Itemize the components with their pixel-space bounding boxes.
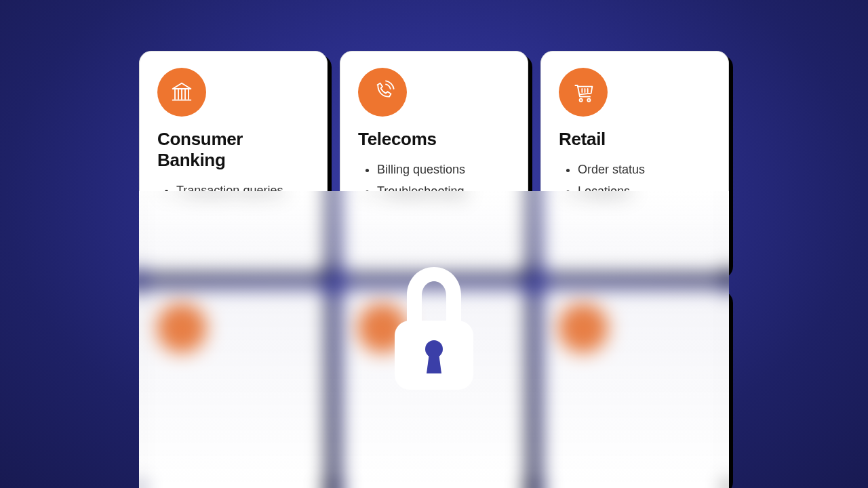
list-item: Order status (578, 159, 711, 181)
svg-point-7 (587, 99, 590, 102)
placeholder-icon (157, 304, 206, 352)
card-placeholder (540, 287, 729, 488)
svg-point-6 (580, 99, 583, 102)
svg-point-11 (174, 320, 189, 336)
card-retail: Retail Order status Locations (540, 51, 729, 274)
cart-icon (559, 68, 608, 117)
bank-icon (157, 68, 206, 117)
cards-row-blurred (139, 287, 729, 488)
list-item: Transaction queries (176, 180, 309, 202)
phone-icon (358, 68, 407, 117)
card-consumer-banking: Consumer Banking Transaction queries (139, 51, 328, 274)
card-list: Order status Locations (559, 159, 711, 202)
card-list: Transaction queries (157, 180, 309, 202)
card-list: Billing questions Troubleshooting (358, 159, 510, 202)
card-title: Telecoms (358, 129, 510, 150)
card-title: Consumer Banking (157, 129, 309, 171)
list-item: Locations (578, 181, 711, 203)
card-placeholder (139, 287, 328, 488)
svg-point-13 (575, 320, 591, 336)
card-telecoms: Telecoms Billing questions Troubleshooti… (340, 51, 528, 274)
placeholder-icon (559, 304, 608, 352)
content-stage: Consumer Banking Transaction queries Tel… (139, 51, 729, 488)
list-item: Billing questions (377, 159, 510, 181)
svg-point-12 (374, 320, 390, 336)
cards-row: Consumer Banking Transaction queries Tel… (139, 51, 729, 274)
list-item: Troubleshooting (377, 181, 510, 203)
card-placeholder (340, 287, 528, 488)
card-title: Retail (559, 129, 711, 150)
placeholder-icon (358, 304, 407, 352)
